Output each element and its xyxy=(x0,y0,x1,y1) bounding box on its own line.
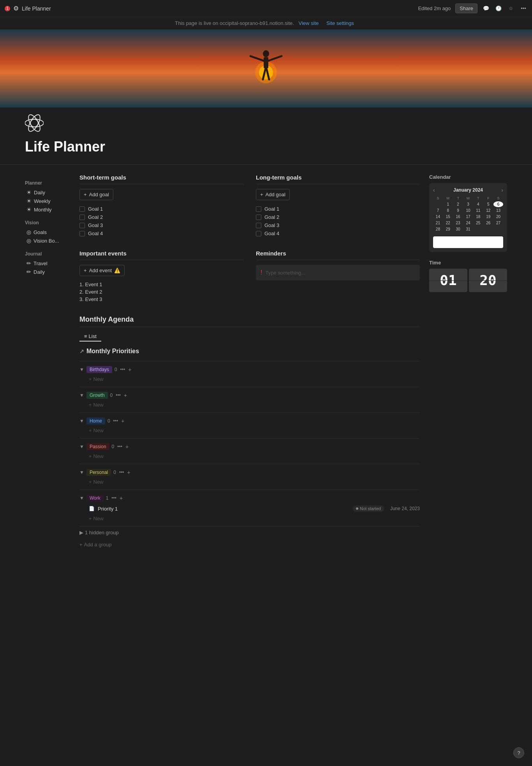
group-growth-header[interactable]: ▼ Growth 0 ••• + xyxy=(79,390,420,400)
add-long-term-goal-button[interactable]: + Add goal xyxy=(256,189,290,200)
cal-day xyxy=(453,232,463,234)
cal-day[interactable]: 14 xyxy=(433,214,443,220)
group-passion-more[interactable]: ••• xyxy=(117,444,122,449)
cal-day[interactable]: 4 xyxy=(473,201,483,207)
group-home-header[interactable]: ▼ Home 0 ••• + xyxy=(79,416,420,426)
reminder-input[interactable]: ! Type something... xyxy=(256,265,420,280)
cal-day[interactable]: 6 xyxy=(493,201,503,207)
help-button[interactable]: ? xyxy=(513,747,524,758)
goal-checkbox-2[interactable] xyxy=(79,215,85,220)
group-passion-new[interactable]: + New xyxy=(79,452,420,461)
group-birthdays-add[interactable]: + xyxy=(128,366,131,373)
sidebar-item-journal-daily[interactable]: ✏ Daily xyxy=(25,268,73,276)
sidebar-item-travel[interactable]: ✏ Travel xyxy=(25,259,73,268)
add-group-button[interactable]: + Add a group xyxy=(79,539,420,551)
sidebar-item-daily[interactable]: ☀ Daily xyxy=(25,188,73,197)
cal-day[interactable]: 26 xyxy=(483,220,493,226)
goal-checkbox-1[interactable] xyxy=(79,206,85,212)
list-view-tab[interactable]: ≡ List xyxy=(79,332,101,342)
group-birthdays-chevron: ▼ xyxy=(79,367,84,372)
cal-day[interactable]: 12 xyxy=(483,208,493,213)
group-growth-add[interactable]: + xyxy=(124,392,127,398)
long-goal-checkbox-3[interactable] xyxy=(256,223,261,228)
group-birthdays-header[interactable]: ▼ Birthdays 0 ••• + xyxy=(79,365,420,375)
cal-day[interactable]: 19 xyxy=(483,214,493,220)
group-personal-new[interactable]: + New xyxy=(79,477,420,486)
group-growth-new[interactable]: + New xyxy=(79,400,420,409)
clock-icon[interactable]: 🕐 xyxy=(495,5,502,12)
group-passion-header[interactable]: ▼ Passion 0 ••• + xyxy=(79,442,420,452)
list-icon: ≡ xyxy=(84,333,87,339)
cal-day-header: M xyxy=(443,195,453,201)
group-home-new[interactable]: + New xyxy=(79,426,420,435)
cal-day[interactable]: 28 xyxy=(433,226,443,232)
cal-day[interactable]: 22 xyxy=(443,220,453,226)
sidebar-item-vision-board[interactable]: ◎ Vision Bo... xyxy=(25,236,73,245)
group-growth-more[interactable]: ••• xyxy=(116,393,121,398)
comment-icon[interactable]: 💬 xyxy=(482,5,490,12)
calendar-next-button[interactable]: › xyxy=(501,187,503,193)
cal-day[interactable]: 1 xyxy=(443,201,453,207)
view-site-link[interactable]: View site xyxy=(299,20,319,26)
add-event-button[interactable]: + Add event ⚠️ xyxy=(79,265,125,276)
site-settings-link[interactable]: Site settings xyxy=(326,20,354,26)
cal-day xyxy=(473,226,483,232)
group-personal-add[interactable]: + xyxy=(127,469,130,475)
sidebar-item-monthly[interactable]: ☀ Monthly xyxy=(25,205,73,214)
group-personal-more[interactable]: ••• xyxy=(119,470,124,475)
group-home-more[interactable]: ••• xyxy=(113,418,118,424)
add-short-term-goal-button[interactable]: + Add goal xyxy=(79,189,113,200)
goal-checkbox-4[interactable] xyxy=(79,231,85,236)
goal-checkbox-3[interactable] xyxy=(79,223,85,228)
group-work-more[interactable]: ••• xyxy=(111,495,116,501)
star-icon[interactable]: ☆ xyxy=(507,5,515,12)
add-event-plus-icon: + xyxy=(84,268,87,273)
group-birthdays-more[interactable]: ••• xyxy=(120,367,125,372)
group-work-header[interactable]: ▼ Work 1 ••• + xyxy=(79,493,420,503)
sidebar-journal-title: Journal xyxy=(25,251,73,257)
cal-day xyxy=(493,232,503,234)
sidebar-weekly-label: Weekly xyxy=(34,198,50,204)
group-home-add[interactable]: + xyxy=(121,418,124,424)
cal-day[interactable]: 5 xyxy=(483,201,493,207)
priorities-heading-label[interactable]: Monthly Priorities xyxy=(86,348,139,355)
group-passion-add[interactable]: + xyxy=(125,444,129,450)
group-work-add[interactable]: + xyxy=(120,495,123,501)
cal-day[interactable]: 11 xyxy=(473,208,483,213)
cal-day[interactable]: 27 xyxy=(493,220,503,226)
cal-day[interactable]: 18 xyxy=(473,214,483,220)
hidden-group[interactable]: ▶ 1 hidden group xyxy=(79,526,420,539)
cal-day[interactable]: 8 xyxy=(443,208,453,213)
page-title-area: Life Planner xyxy=(0,136,532,165)
group-personal-header[interactable]: ▼ Personal 0 ••• + xyxy=(79,467,420,477)
hero-image xyxy=(0,30,532,107)
sidebar-item-goals[interactable]: ◎ Goals xyxy=(25,228,73,236)
group-birthdays-new[interactable]: + New xyxy=(79,375,420,384)
share-button[interactable]: Share xyxy=(455,4,477,13)
cal-day[interactable]: 7 xyxy=(433,208,443,213)
cal-day[interactable]: 10 xyxy=(463,208,473,213)
long-goal-checkbox-2[interactable] xyxy=(256,215,261,220)
cal-day[interactable]: 25 xyxy=(473,220,483,226)
long-goal-checkbox-1[interactable] xyxy=(256,206,261,212)
long-goal-checkbox-4[interactable] xyxy=(256,231,261,236)
cal-day[interactable]: 2 xyxy=(453,201,463,207)
group-work-new[interactable]: + New xyxy=(79,514,420,523)
cal-day[interactable]: 3 xyxy=(463,201,473,207)
cal-day[interactable]: 20 xyxy=(493,214,503,220)
cal-day[interactable]: 23 xyxy=(453,220,463,226)
cal-day[interactable]: 24 xyxy=(463,220,473,226)
cal-day[interactable]: 30 xyxy=(453,226,463,232)
cal-day[interactable]: 15 xyxy=(443,214,453,220)
cal-day[interactable]: 31 xyxy=(463,226,473,232)
more-icon[interactable]: ••• xyxy=(520,5,527,12)
cal-day[interactable]: 21 xyxy=(433,220,443,226)
sidebar-item-weekly[interactable]: ☀ Weekly xyxy=(25,197,73,205)
cal-day[interactable]: 13 xyxy=(493,208,503,213)
calendar-prev-button[interactable]: ‹ xyxy=(433,187,435,193)
priority-1-name[interactable]: Priority 1 xyxy=(98,506,350,512)
cal-day[interactable]: 9 xyxy=(453,208,463,213)
cal-day[interactable]: 29 xyxy=(443,226,453,232)
cal-day[interactable]: 16 xyxy=(453,214,463,220)
cal-day[interactable]: 17 xyxy=(463,214,473,220)
